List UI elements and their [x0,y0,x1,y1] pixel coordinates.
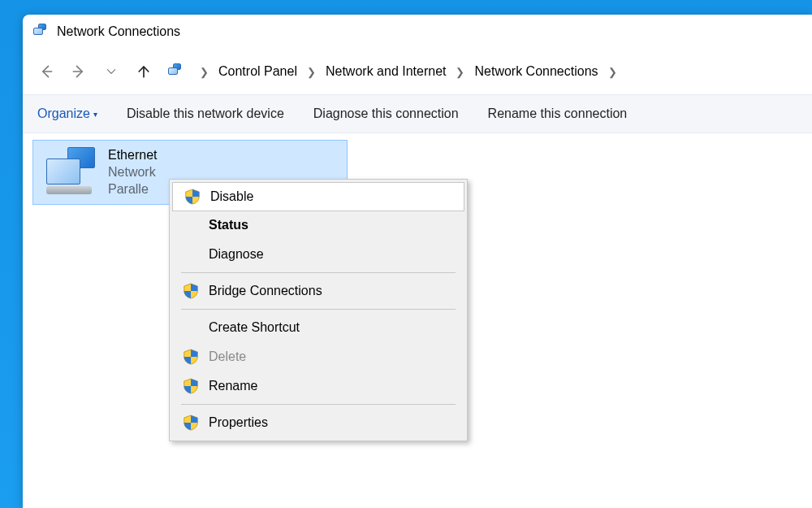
nav-up-button[interactable] [130,58,158,85]
ctx-bridge-label: Bridge Connections [209,284,322,298]
ctx-rename[interactable]: Rename [171,371,465,401]
command-bar: Organize ▾ Disable this network device D… [23,94,812,133]
uac-shield-icon [184,189,201,205]
ctx-rename-label: Rename [209,379,257,393]
ctx-create-shortcut[interactable]: Create Shortcut [171,313,465,342]
window-network-connections: Network Connections ❯ Control Panel ❯ Ne… [23,15,812,508]
chevron-right-icon: ❯ [304,66,319,78]
network-connections-icon [32,23,50,41]
nav-row: ❯ Control Panel ❯ Network and Internet ❯… [23,49,812,94]
chevron-right-icon: ❯ [197,66,212,78]
ctx-status[interactable]: Status [171,211,465,240]
window-title: Network Connections [57,24,180,39]
ctx-disable[interactable]: Disable [172,182,464,211]
organize-label: Organize [37,106,90,121]
ctx-separator [181,404,456,405]
ctx-separator [181,272,456,273]
ctx-diagnose-label: Diagnose [209,247,264,262]
rename-connection-button[interactable]: Rename this connection [488,106,628,121]
disable-device-button[interactable]: Disable this network device [127,106,284,121]
uac-shield-icon [183,283,199,299]
ctx-diagnose[interactable]: Diagnose [171,240,465,269]
uac-shield-icon [183,378,199,394]
connection-name: Ethernet [108,147,157,164]
breadcrumb-network-connections[interactable]: Network Connections [469,59,603,84]
nav-forward-button[interactable] [65,58,93,85]
ctx-delete: Delete [171,342,465,371]
organize-menu[interactable]: Organize ▾ [37,106,97,121]
chevron-right-icon: ❯ [605,66,620,78]
content-area[interactable]: Ethernet Network Paralle Disable Status … [23,133,812,508]
ctx-separator [181,309,456,310]
ctx-disable-label: Disable [210,189,253,204]
connection-labels: Ethernet Network Paralle [108,147,157,198]
ctx-properties-label: Properties [209,415,268,430]
titlebar: Network Connections [23,15,812,49]
uac-shield-icon [183,415,199,431]
ctx-shortcut-label: Create Shortcut [209,320,300,335]
connection-adapter: Paralle [108,181,157,198]
breadcrumb-network-and-internet[interactable]: Network and Internet [321,59,451,84]
breadcrumb-bar[interactable]: ❯ Control Panel ❯ Network and Internet ❯… [192,59,620,84]
chevron-right-icon: ❯ [452,66,468,78]
ctx-properties[interactable]: Properties [171,408,465,437]
ctx-status-label: Status [209,218,248,232]
uac-shield-icon [183,349,199,365]
chevron-down-icon: ▾ [93,110,97,119]
context-menu: Disable Status Diagnose Bridge Connectio… [169,179,468,441]
nav-back-button[interactable] [32,58,60,85]
nav-recent-dropdown[interactable] [97,58,125,85]
ctx-delete-label: Delete [209,350,246,364]
connection-status: Network [108,164,157,181]
ctx-bridge-connections[interactable]: Bridge Connections [171,276,465,306]
diagnose-connection-button[interactable]: Diagnose this connection [313,106,459,121]
network-adapter-icon [41,147,100,194]
breadcrumb-root-icon[interactable] [167,63,185,80]
breadcrumb-control-panel[interactable]: Control Panel [214,59,302,84]
